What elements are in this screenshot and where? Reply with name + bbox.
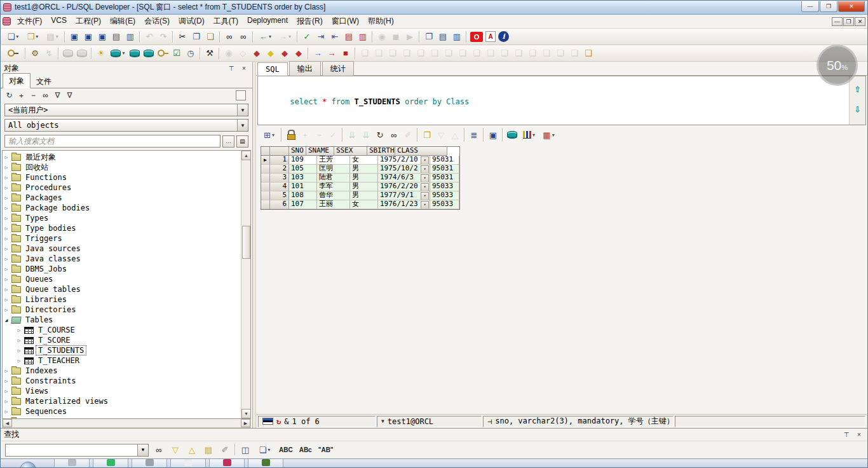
toolbar-icon[interactable] xyxy=(219,48,220,59)
expand-arrow-icon[interactable] xyxy=(3,226,10,231)
column-header[interactable]: SNAME xyxy=(306,147,334,156)
uncomment-button[interactable]: ▥ xyxy=(356,31,370,43)
save-all-button[interactable]: ▣ xyxy=(95,31,109,43)
outdent-button[interactable]: ⇤ xyxy=(328,31,342,43)
cell-sname[interactable]: 陆君 xyxy=(317,174,350,182)
cell-ssex[interactable]: 女 xyxy=(350,156,378,165)
find-button[interactable]: ∞ xyxy=(222,31,236,43)
find-prev-up-button[interactable]: △ xyxy=(185,444,199,457)
toolbar-icon[interactable] xyxy=(58,48,59,59)
chart-button[interactable] xyxy=(519,128,539,142)
cell-ssex[interactable]: 男 xyxy=(350,165,378,174)
table-row[interactable]: 6 107 王丽 女 1976/1/23 95033 xyxy=(261,200,459,209)
tree-item[interactable]: Queue tables xyxy=(3,284,241,294)
tree-item[interactable]: Libraries xyxy=(3,294,241,305)
new-sql-window-button[interactable] xyxy=(108,47,128,60)
tree-item[interactable]: Queues xyxy=(3,274,241,284)
expand-arrow-icon[interactable] xyxy=(3,155,10,160)
comment-button[interactable]: ▤ xyxy=(342,31,356,43)
minimize-button[interactable]: — xyxy=(801,1,819,12)
clear-highlight-button[interactable]: ✐ xyxy=(218,444,232,457)
cell-sbirthday[interactable]: 1975/10/2 xyxy=(378,165,430,174)
chevron-down-icon[interactable]: ▼ xyxy=(381,418,384,424)
cut-button[interactable]: ✂ xyxy=(175,31,189,43)
menu-item[interactable]: 窗口(W) xyxy=(327,15,363,28)
expand-arrow-icon[interactable] xyxy=(3,216,10,221)
macro-record-button[interactable]: ◉ xyxy=(375,31,389,43)
sort-descending-button[interactable]: ▽ xyxy=(434,128,448,142)
close-icon[interactable]: × xyxy=(239,64,249,72)
toolbar-icon[interactable] xyxy=(419,31,420,43)
scroll-right-icon[interactable]: ▶ xyxy=(241,419,250,427)
new-program-window-button[interactable]: ☀ xyxy=(94,47,108,60)
cell-sbirthday[interactable]: 1976/1/23 xyxy=(378,200,430,209)
row-number[interactable]: 6 xyxy=(270,200,289,209)
tree-item[interactable]: Types xyxy=(3,213,241,223)
tree-item[interactable]: Views xyxy=(3,386,241,396)
commit-button[interactable] xyxy=(61,47,75,60)
cell-class[interactable]: 95031 xyxy=(430,174,459,182)
cell-ssex[interactable]: 男 xyxy=(350,182,378,191)
expand-arrow-icon[interactable] xyxy=(3,307,10,313)
table-row[interactable]: 3 103 陆君 男 1974/6/3 95031 xyxy=(261,174,459,182)
find-next-button[interactable]: ∞ xyxy=(236,31,250,43)
cell-sname[interactable]: 李军 xyxy=(317,182,350,191)
breakpoint-edit-button[interactable]: ◆ xyxy=(292,47,306,60)
to-do-list-button[interactable]: ☑ xyxy=(170,47,184,60)
find-object-button[interactable]: ∞ xyxy=(39,90,51,101)
collapse-node-button[interactable]: − xyxy=(27,90,39,101)
cell-class[interactable]: 95031 xyxy=(430,156,459,165)
table-row[interactable]: 4 101 李军 男 1976/2/20 95033 xyxy=(261,182,459,191)
search-more-button[interactable]: … xyxy=(222,135,234,148)
menu-item[interactable]: 帮助(H) xyxy=(363,15,398,28)
tree-item[interactable]: Packages xyxy=(3,193,241,203)
toolbar-icon[interactable] xyxy=(252,31,254,43)
breakpoint-set-button[interactable]: ◆ xyxy=(250,47,264,60)
menu-item[interactable]: 报告(R) xyxy=(292,15,327,28)
column-header[interactable]: SBIRTHDAY xyxy=(367,147,395,156)
expand-arrow-icon[interactable] xyxy=(15,338,23,343)
toolbar-icon[interactable] xyxy=(372,31,373,43)
color-swatch-button[interactable] xyxy=(236,90,246,100)
menu-item[interactable]: 编辑(E) xyxy=(105,15,140,28)
configure-tools-button[interactable]: ⚒ xyxy=(203,47,217,60)
taskbar-button[interactable] xyxy=(248,458,283,468)
undo-button[interactable]: ↶ xyxy=(142,31,156,43)
debug-attach-button[interactable]: ❑ xyxy=(428,47,442,60)
insert-record-button[interactable]: ＋ xyxy=(298,128,312,142)
cell-sname[interactable]: 王芳 xyxy=(317,156,350,165)
debug-session-button[interactable]: ❑ xyxy=(581,47,595,60)
sql-window-tab[interactable]: SQL xyxy=(257,62,288,76)
print-preview-button[interactable]: ▥ xyxy=(123,31,137,43)
tree-item[interactable]: T_STUDENTS xyxy=(3,345,241,355)
scheduled-jobs-button[interactable]: ◷ xyxy=(184,47,198,60)
debug-open-button[interactable]: ❑ xyxy=(456,47,470,60)
menu-item[interactable]: VCS xyxy=(46,15,71,28)
row-number[interactable]: 2 xyxy=(270,165,289,174)
tree-item[interactable]: Type bodies xyxy=(3,223,241,233)
cell-sbirthday[interactable]: 1975/2/10 xyxy=(378,156,430,165)
row-number[interactable]: 1 xyxy=(270,156,289,165)
tree-horizontal-scrollbar[interactable]: ◀ ▶ xyxy=(2,419,251,428)
tree-item[interactable]: Materialized views xyxy=(3,396,241,406)
cell-class[interactable]: 95033 xyxy=(430,191,459,200)
column-header[interactable]: SSEX xyxy=(334,147,367,156)
cell-class[interactable]: 95033 xyxy=(430,200,459,209)
tree-item[interactable]: Procedures xyxy=(3,182,241,193)
expand-arrow-icon[interactable] xyxy=(3,205,10,211)
chevron-down-icon[interactable]: ▼ xyxy=(137,444,148,456)
sql-window-tab[interactable]: 输出 xyxy=(289,61,321,76)
toolbar-icon[interactable] xyxy=(139,31,140,43)
maximize-button[interactable]: ❐ xyxy=(820,1,837,12)
tree-item[interactable]: T_COURSE xyxy=(3,325,241,335)
cell-ssex[interactable]: 男 xyxy=(350,191,378,200)
expand-arrow-icon[interactable] xyxy=(3,277,10,282)
new-command-window-button[interactable] xyxy=(142,47,156,60)
search-doc-button[interactable]: ▤ xyxy=(236,135,248,148)
scroll-up-icon[interactable]: ▲ xyxy=(241,151,251,160)
toolbar-icon[interactable] xyxy=(355,48,356,59)
expand-arrow-icon[interactable] xyxy=(3,287,10,292)
clear-breakpoints-button[interactable]: ◇ xyxy=(236,47,250,60)
macro-stop-button[interactable]: ◼ xyxy=(389,31,403,43)
row-number[interactable]: 3 xyxy=(270,174,289,182)
